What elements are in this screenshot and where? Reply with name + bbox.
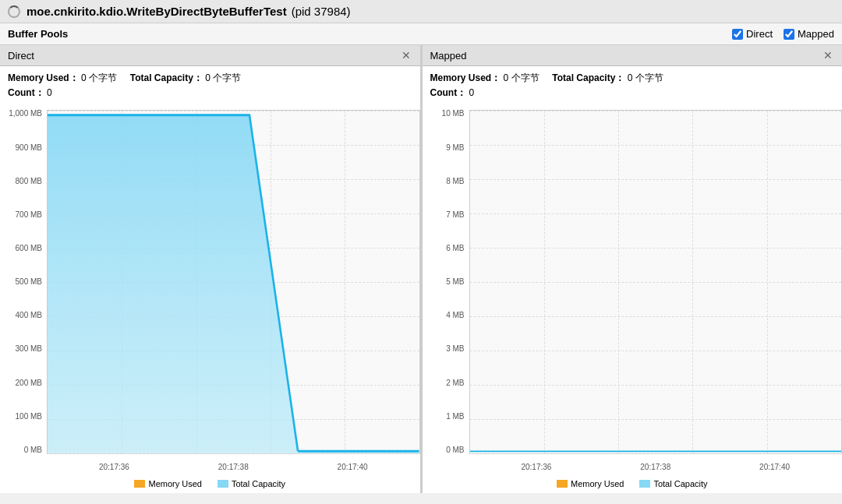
title-bar: moe.cnkirito.kdio.WriteByDirectByteBuffe… [0,0,842,23]
my-label-3: 7 MB [446,211,464,219]
direct-panel: Direct ✕ Memory Used： 0 个字节 Total Capaci… [0,45,421,493]
mapped-panel-title: Mapped [430,50,467,62]
direct-checkbox-label[interactable]: Direct [732,28,773,40]
direct-label: Direct [746,28,773,40]
mapped-count-label: Count： [430,87,467,98]
direct-legend-memory-label: Memory Used [148,479,201,488]
mapped-legend: Memory Used Total Capacity [423,479,843,488]
my-label-9: 1 MB [446,413,464,421]
direct-chart-svg [48,111,419,453]
mapped-legend-memory-label: Memory Used [571,479,624,488]
my-label-7: 3 MB [446,345,464,353]
mapped-legend-capacity: Total Capacity [639,479,707,488]
direct-total-cap-label: Total Capacity： [130,72,203,83]
legend-memory-color [134,480,145,488]
direct-chart-area: 1,000 MB 900 MB 800 MB 700 MB 600 MB 500… [0,104,420,493]
y-label-1: 900 MB [16,144,42,152]
mapped-legend-memory-color [557,480,568,488]
direct-x-label-2: 20:17:40 [338,463,368,471]
direct-panel-stats: Memory Used： 0 个字节 Total Capacity： 0 个字节… [0,66,420,104]
mapped-chart-inner [469,110,843,454]
direct-memory-used-value: 0 个字节 [81,72,117,83]
buffer-pools-label: Buffer Pools [8,28,68,40]
mapped-legend-memory: Memory Used [557,479,624,488]
mapped-legend-capacity-label: Total Capacity [653,479,707,488]
direct-x-axis: 20:17:36 20:17:38 20:17:40 [47,463,420,471]
mapped-checkbox[interactable] [784,29,794,40]
y-label-10: 0 MB [24,446,42,454]
mapped-chart-area: 10 MB 9 MB 8 MB 7 MB 6 MB 5 MB 4 MB 3 MB… [423,104,843,493]
mapped-chart-svg [470,111,842,453]
direct-memory-used-label: Memory Used： [8,72,79,83]
direct-count-value: 0 [47,87,52,98]
my-label-4: 6 MB [446,245,464,252]
mapped-legend-capacity-color [639,480,650,488]
y-label-5: 500 MB [16,278,42,286]
app-title: moe.cnkirito.kdio.WriteByDirectByteBuffe… [27,5,287,18]
mapped-panel-stats: Memory Used： 0 个字节 Total Capacity： 0 个字节… [423,66,843,104]
mapped-total-cap-value: 0 个字节 [628,72,663,83]
mapped-count-value: 0 [469,87,475,98]
y-label-8: 200 MB [16,379,42,387]
direct-legend: Memory Used Total Capacity [0,479,420,488]
pid-label: (pid 37984) [292,5,351,18]
y-label-6: 400 MB [16,312,42,319]
toolbar: Buffer Pools Direct Mapped [0,23,842,45]
y-label-7: 300 MB [16,345,42,353]
mapped-memory-used-label: Memory Used： [430,72,501,83]
my-label-2: 8 MB [446,178,464,185]
legend-capacity-color [218,480,228,488]
my-label-8: 2 MB [446,379,464,387]
mapped-x-label-2: 20:17:40 [759,463,790,471]
mapped-checkbox-label[interactable]: Mapped [784,28,834,40]
mapped-panel-header: Mapped ✕ [423,45,843,66]
direct-capacity-fill [48,115,419,453]
mapped-total-cap-label: Total Capacity： [552,72,624,83]
y-label-9: 100 MB [16,413,42,421]
my-label-0: 10 MB [442,110,465,118]
direct-legend-memory: Memory Used [134,479,201,488]
direct-panel-close[interactable]: ✕ [400,49,412,62]
my-label-6: 4 MB [446,312,464,319]
direct-panel-title: Direct [8,50,34,62]
direct-count-label: Count： [8,87,44,98]
direct-x-label-1: 20:17:38 [218,463,249,471]
mapped-x-label-0: 20:17:36 [521,463,551,471]
direct-panel-header: Direct ✕ [0,45,420,66]
y-label-2: 800 MB [16,178,42,185]
direct-legend-capacity: Total Capacity [218,479,285,488]
mapped-x-axis: 20:17:36 20:17:38 20:17:40 [469,463,843,471]
direct-y-axis: 1,000 MB 900 MB 800 MB 700 MB 600 MB 500… [0,110,45,454]
my-label-5: 5 MB [446,278,464,286]
direct-total-cap-value: 0 个字节 [205,72,241,83]
mapped-panel-close[interactable]: ✕ [822,49,834,62]
y-label-4: 600 MB [16,245,42,252]
loading-spinner [8,5,20,18]
direct-legend-capacity-label: Total Capacity [232,479,285,488]
direct-x-label-0: 20:17:36 [99,463,129,471]
my-label-1: 9 MB [446,144,464,152]
y-label-0: 1,000 MB [9,110,42,118]
my-label-10: 0 MB [446,446,464,454]
mapped-panel: Mapped ✕ Memory Used： 0 个字节 Total Capaci… [423,45,843,493]
mapped-x-label-1: 20:17:38 [640,463,670,471]
mapped-label: Mapped [798,28,834,40]
y-label-3: 700 MB [16,211,42,219]
direct-chart-inner [47,110,420,454]
panels-container: Direct ✕ Memory Used： 0 个字节 Total Capaci… [0,45,842,493]
mapped-y-axis: 10 MB 9 MB 8 MB 7 MB 6 MB 5 MB 4 MB 3 MB… [423,110,468,454]
mapped-memory-used-value: 0 个字节 [504,72,540,83]
direct-checkbox[interactable] [732,29,743,40]
